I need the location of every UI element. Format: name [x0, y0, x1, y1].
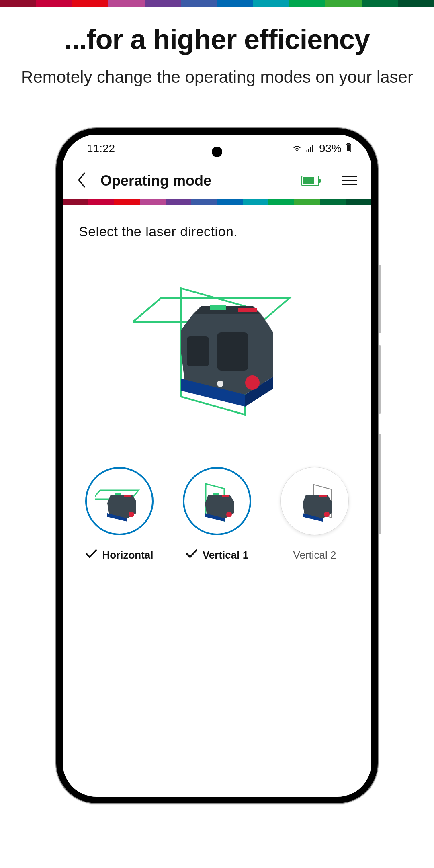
promo-block: ...for a higher efficiency Remotely chan…	[0, 7, 434, 100]
svg-rect-14	[187, 336, 209, 366]
battery-icon	[346, 142, 351, 155]
option-label: Vertical 1	[203, 549, 248, 561]
svg-line-8	[133, 298, 161, 322]
appbar-title: Operating mode	[100, 172, 287, 189]
back-button[interactable]	[77, 172, 86, 189]
svg-rect-3	[312, 145, 313, 152]
status-battery-pct: 93%	[319, 142, 342, 155]
status-time: 11:22	[87, 142, 115, 155]
svg-rect-16	[210, 305, 226, 310]
option-vertical-2-circle	[280, 467, 349, 535]
svg-point-19	[217, 381, 223, 387]
phone-frame: 11:22 93% Opera	[56, 128, 378, 803]
svg-rect-30	[222, 495, 229, 497]
svg-rect-6	[347, 145, 350, 151]
svg-rect-36	[319, 495, 327, 497]
svg-point-29	[226, 512, 232, 517]
laser-direction-options: Horizontal	[63, 467, 371, 561]
option-vertical-1-circle	[183, 467, 251, 535]
menu-button[interactable]	[342, 176, 357, 185]
svg-rect-31	[213, 493, 219, 495]
svg-rect-24	[124, 495, 131, 497]
laser-hero-illustration	[63, 246, 371, 455]
svg-rect-17	[238, 308, 257, 312]
wifi-icon	[292, 142, 302, 155]
camera-punchhole	[212, 147, 222, 157]
option-label: Horizontal	[102, 549, 153, 561]
option-vertical-1[interactable]: Vertical 1	[180, 467, 254, 561]
svg-point-35	[324, 512, 330, 517]
brand-color-bar	[0, 0, 434, 7]
promo-title: ...for a higher efficiency	[16, 23, 418, 55]
instruction-text: Select the laser direction.	[63, 205, 371, 246]
device-battery-indicator	[301, 176, 319, 186]
svg-point-18	[245, 375, 260, 390]
svg-rect-1	[308, 149, 309, 152]
app-bar: Operating mode	[63, 163, 371, 199]
option-label: Vertical 2	[293, 549, 336, 561]
option-horizontal-label-row: Horizontal	[85, 549, 153, 561]
svg-rect-25	[115, 493, 121, 495]
option-vertical-2[interactable]: Vertical 2	[278, 467, 352, 561]
brand-color-bar-small	[63, 199, 371, 205]
check-icon	[186, 549, 198, 561]
option-horizontal[interactable]: Horizontal	[82, 467, 157, 561]
svg-point-23	[129, 512, 134, 517]
svg-rect-0	[306, 150, 307, 152]
laser-device-illustration	[181, 305, 273, 407]
svg-rect-2	[310, 147, 311, 152]
option-horizontal-circle	[85, 467, 154, 535]
promo-subtitle: Remotely change the operating modes on y…	[16, 67, 418, 88]
svg-rect-15	[217, 332, 248, 371]
check-icon	[85, 549, 97, 561]
cellular-icon	[306, 142, 315, 155]
option-vertical-1-label-row: Vertical 1	[186, 549, 248, 561]
option-vertical-2-label-row: Vertical 2	[293, 549, 336, 561]
